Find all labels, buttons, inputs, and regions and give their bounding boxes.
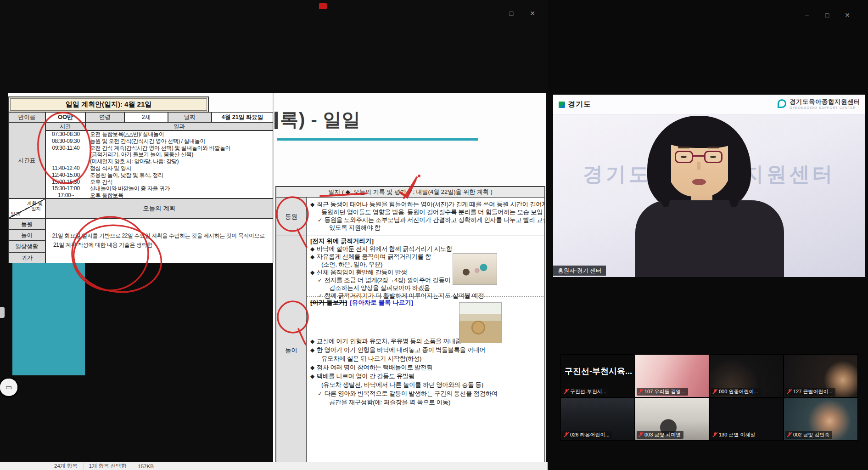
bullet-icon: ◆ <box>310 372 314 381</box>
journal-line: ◆신체 움직임이 활발해 갈등이 발생 <box>310 268 545 276</box>
participant-tile[interactable]: 127 큰별어린이... <box>784 355 857 397</box>
schedule-activity: 점심 식사 및 양치 <box>86 165 273 172</box>
journal-line: ◆교실에 아기 인형과 유모차, 우유병 등의 소품을 꺼내줌 <box>310 337 545 345</box>
schedule-activity: (긁적거리기, 아기 돌보기 놀이, 봄동산 산책) <box>86 151 273 158</box>
participant-tile[interactable]: 000 원종어린이... <box>710 355 783 397</box>
journal-row-divider <box>307 236 545 236</box>
plan-note-line2: 21일 계획 작성에 대한 내용 기술은 생략함 <box>53 241 152 249</box>
meeting-minimize-button[interactable]: – <box>799 10 815 20</box>
plan-schedule-table: 07:30-08:30 오전 통합보육(△△반)/ 실내놀이 08:30-09:… <box>45 130 273 198</box>
journal-line: 감소하는지 양상을 살펴보아야 하겠음 <box>310 284 545 292</box>
schedule-activity: (미세먼지 양호 시: 앞마당, 나쁨: 강당) <box>86 158 273 165</box>
bullet-icon: ◆ <box>310 201 314 209</box>
recording-icon <box>319 3 327 9</box>
schedule-activity: 실내놀이와 바깥놀이 중 자율 귀가 <box>86 185 273 192</box>
journal-line-text: 자유롭게 신체를 움직이며 긁적거리기를 함 <box>317 253 431 260</box>
plan-doc-title: 일일 계획안(일지): 4월 21일 <box>8 96 209 113</box>
close-button[interactable]: ✕ <box>525 8 540 18</box>
journal-line-text: 전지를 조금 더 넓게(2장→4장) 깔아주어 갈등이 <box>325 277 451 283</box>
participant-name: 127 큰별어린이... <box>793 388 833 395</box>
glasses-bridge <box>692 155 705 157</box>
support-center-logo: 경기도육아종합지원센터 GYEONGGIDO SUPPORT CENTER <box>778 98 860 109</box>
meeting-close-button[interactable]: ✕ <box>840 10 855 20</box>
schedule-time: 08:30-09:30 <box>46 138 86 145</box>
struck-title-part: [아기 돌보기] <box>310 299 347 306</box>
participant-name: 026 라온어린이... <box>570 431 610 438</box>
plan-val-date: 4월 21일 화요일 <box>212 112 273 122</box>
classroom-photo-furniture <box>459 302 502 343</box>
journal-line-text: 등원하던 영아들도 영향을 받음. 등원이 길어질수록 분리를 더 힘들어하는 … <box>321 209 543 215</box>
diag-mid-label: 일지 <box>31 206 41 212</box>
schedule-row: 07:30-08:30 오전 통합보육(△△반)/ 실내놀이 <box>46 131 273 138</box>
participant-name: 130 큰별 이혜정 <box>719 431 755 438</box>
participant-big-name: 구진선-부천시육... <box>565 366 632 377</box>
participant-tile[interactable]: 002 금빛 김민숙 <box>784 398 857 440</box>
journal-line: (소언, 하은, 일아, 우윤) <box>310 260 545 268</box>
presenter-mouth <box>692 179 706 185</box>
journal-line-text: 점차 여러 명이 참여하는 택배놀이로 발전됨 <box>317 364 433 371</box>
toolbar-button[interactable]: ▭ <box>0 379 17 396</box>
classroom-photo-scribbling <box>453 253 497 285</box>
schedule-activity: 조용한 놀이, 낮잠 및 휴식, 정리 <box>86 172 273 179</box>
explorer-status-bar: 24개 항목 1개 항목 선택함 157KB <box>0 462 548 470</box>
schedule-activity: 오전 간식 계속(간식시간 영아 선택) 및 실내놀이와 바깥놀이 <box>86 145 273 152</box>
schedule-time: 15:30-17:00 <box>46 185 86 192</box>
journal-line: (유모차 쟁탈전, 바닥에서 다른 놀이를 하던 영아와의 충돌 등) <box>310 380 545 389</box>
participant-name-tag: 구진선-부천시... <box>562 388 609 396</box>
schedule-row: 12:40-15:00 조용한 놀이, 낮잠 및 휴식, 정리 <box>46 172 273 179</box>
journal-line-text: 택배를 나르며 영아 간 갈등도 유발됨 <box>317 373 414 379</box>
journal-line-text: 신체 움직임이 활발해 갈등이 발생 <box>317 269 407 276</box>
schedule-time: 07:30-08:30 <box>46 131 86 138</box>
presentation-toolbar: ◄ ► ▤ ≡ ▦ <box>0 377 239 400</box>
schedule-time: 11:40-12:40 <box>46 165 86 172</box>
participant-tile[interactable]: 107 우리들 김영... <box>635 355 709 397</box>
journal-line: ✓다른 영아와 반복적으로 갈등이 발생하는 구간의 동선을 점검하여 <box>310 389 545 398</box>
journal-line-text: 다른 영아와 반복적으로 갈등이 발생하는 구간의 동선을 점검하여 <box>325 390 498 397</box>
plan-diagonal-header-cell: 계획 및 일지 일과 <box>8 198 45 219</box>
journal-line: ✓등원을 도와주시는 조부모님과 서진이가 간결하고 정확하게 인사를 나누고 … <box>310 216 545 224</box>
bullet-icon: ◆ <box>310 363 314 372</box>
participant-tile[interactable]: 026 라온어린이... <box>561 398 634 440</box>
journal-table: 일지 ( ◆: 오늘의 기록 및 평가 ✔: 내일(4월 22일)을 위한 계획… <box>275 186 545 465</box>
journal-line-text: (유모차 쟁탈전, 바닥에서 다른 놀이를 하던 영아와의 충돌 등) <box>321 381 483 388</box>
journal-line: 있도록 지원해야 함 <box>310 224 545 232</box>
journal-line: 공간을 재구성함(예: 퍼즐장을 벽 쪽으로 이동) <box>310 398 545 407</box>
support-center-name: 경기도육아종합지원센터 <box>790 98 860 106</box>
participant-tile[interactable]: 130 큰별 이혜정 <box>710 398 783 440</box>
participant-name-tag: 026 라온어린이... <box>562 431 612 439</box>
journal-line-text: 유모차에 실은 뒤 나르기 시작함(하성) <box>321 355 421 362</box>
meeting-maximize-button[interactable]: □ <box>819 10 835 20</box>
journal-line: ◆한 영아가 아기 인형을 바닥에 내려놓고 종이 벽돌블록을 꺼내어 <box>310 345 545 354</box>
presenter-nose <box>697 162 700 170</box>
minimize-button[interactable]: – <box>482 8 498 18</box>
journal-line-text: 있도록 지원해야 함 <box>329 224 381 231</box>
participant-tile[interactable]: 003 금빛 최미영 <box>635 398 709 440</box>
schedule-row: (미세먼지 양호 시: 앞마당, 나쁨: 강당) <box>46 158 273 165</box>
participant-name: 000 원종어린이... <box>719 388 758 395</box>
play-section1-title: [전지 위에 긁적거리기] <box>310 237 374 245</box>
presenter-hair-left <box>657 138 671 207</box>
schedule-row: 15:30-17:00 실내놀이와 바깥놀이 중 자율 귀가 <box>46 185 273 192</box>
presenter-body <box>635 200 784 277</box>
schedule-activity: 오후 간식 <box>86 179 273 186</box>
journal-row-play-label: 놀이 <box>276 236 307 465</box>
video-top-banner: 경기도 경기도육아종합지원센터 GYEONGGIDO SUPPORT CENTE… <box>553 95 865 114</box>
schedule-row: 09:30-11:40 오전 간식 계속(간식시간 영아 선택) 및 실내놀이와… <box>46 145 273 152</box>
presenter-video-feed[interactable]: 경기도육아종합지원센터 경기도 경기도육아종합지원센터 GYEONGGIDO S… <box>553 95 865 277</box>
presenter-eyebrow <box>707 147 719 148</box>
journal-line: ◆자유롭게 신체를 움직이며 긁적거리기를 함 <box>310 253 545 260</box>
muted-mic-icon <box>638 389 643 395</box>
plan-time-col-header: 시간 <box>45 122 85 130</box>
participant-name-tag: 002 금빛 김민숙 <box>785 431 832 439</box>
maximize-button[interactable]: □ <box>504 8 519 18</box>
journal-line-text: 함께 긁적거리기가 더 활발하게 이루어지는지도 살펴볼 예정 <box>325 292 484 299</box>
schedule-row: 17:00~ 오후 통합보육 <box>46 192 273 198</box>
edge-popup-sliver <box>0 307 5 318</box>
muted-mic-icon <box>564 432 568 438</box>
participant-tile[interactable]: 구진선-부천시육... 구진선-부천시... <box>561 355 634 397</box>
record-doc-heading: 록) - 일일 <box>280 107 464 132</box>
play-section2-title: [아기 돌보기][유아차로 블록 나르기] <box>310 299 413 307</box>
journal-line: 유모차에 실은 뒤 나르기 시작함(하성) <box>310 354 545 363</box>
muted-mic-icon <box>713 432 717 438</box>
plan-note-line1: - 21일 화요일 일지를 기반으로 22일 수요일 계획을 수립하는 것을 제… <box>49 232 265 240</box>
